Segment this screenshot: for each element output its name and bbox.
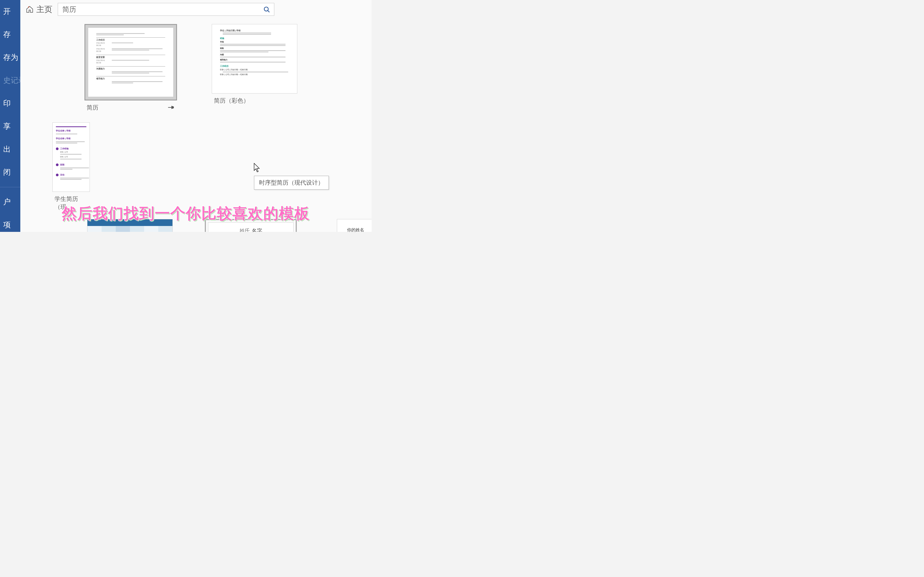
template-title: 简历 bbox=[87, 104, 99, 112]
top-bar: 主页 bbox=[20, 0, 372, 19]
svg-point-0 bbox=[264, 7, 268, 11]
home-label: 主页 bbox=[36, 4, 52, 15]
search-icon[interactable] bbox=[263, 6, 270, 13]
thumb-givenname: 名字 bbox=[252, 228, 262, 232]
template-thumbnail: 你的姓名 目标 | 技能 | 经验 | bbox=[337, 219, 372, 232]
home-icon bbox=[26, 5, 34, 13]
home-button[interactable]: 主页 bbox=[26, 4, 52, 15]
backstage-sidebar: 开 存 存为 史记录 印 享 出 闭 户 项 bbox=[0, 0, 20, 232]
template-card-resume-basic[interactable]: 工作经历 开始日期-结束日期 开始日期-结束日期 教育背景 开始日期-结束日期 … bbox=[84, 24, 177, 112]
template-thumbnail: 学位名称 | 学校 学位名称 | 学校 工作经验 职衔 | 公司 职衔 | 公司… bbox=[52, 122, 90, 192]
sidebar-divider bbox=[0, 187, 20, 187]
template-card-resume-color[interactable]: 学位 | 开始日期 | 学校 经验 市场 销售 沟通 领导能力 bbox=[212, 24, 297, 105]
thumb-surname: 姓氏 bbox=[239, 228, 250, 232]
svg-line-1 bbox=[268, 10, 270, 12]
sidebar-item-open[interactable]: 开 bbox=[0, 0, 20, 23]
sidebar-item-saveas[interactable]: 存为 bbox=[0, 46, 20, 69]
template-card-your-name[interactable]: 你的姓名 目标 | 技能 | 经验 | bbox=[337, 219, 372, 232]
sidebar-item-options[interactable]: 项 bbox=[0, 213, 20, 232]
thumb-your-name: 你的姓名 bbox=[345, 227, 366, 232]
sidebar-item-save[interactable]: 存 bbox=[0, 23, 20, 46]
sidebar-item-account[interactable]: 户 bbox=[0, 190, 20, 213]
template-tooltip: 时序型简历（现代设计） bbox=[254, 176, 329, 190]
sidebar-item-share[interactable]: 享 bbox=[0, 115, 20, 138]
sidebar-item-print[interactable]: 印 bbox=[0, 92, 20, 115]
template-card-student-resume[interactable]: 学位名称 | 学校 学位名称 | 学校 工作经验 职衔 | 公司 职衔 | 公司… bbox=[52, 122, 90, 211]
template-thumbnail: 学位 | 开始日期 | 学校 经验 市场 销售 沟通 领导能力 bbox=[212, 24, 297, 93]
template-title: 简历（彩色） bbox=[214, 97, 249, 105]
search-input[interactable] bbox=[62, 5, 263, 14]
sidebar-item-history[interactable]: 史记录 bbox=[0, 69, 20, 92]
video-subtitle-overlay: 然后我们找到一个你比较喜欢的模板 bbox=[62, 203, 310, 224]
template-search-box[interactable] bbox=[58, 3, 274, 16]
sidebar-item-close[interactable]: 闭 bbox=[0, 161, 20, 184]
pin-icon[interactable] bbox=[167, 105, 175, 110]
sidebar-item-export[interactable]: 出 bbox=[0, 138, 20, 161]
template-thumbnail: 工作经历 开始日期-结束日期 开始日期-结束日期 教育背景 开始日期-结束日期 … bbox=[88, 27, 173, 97]
main-content: 主页 工作经历 bbox=[20, 0, 372, 232]
